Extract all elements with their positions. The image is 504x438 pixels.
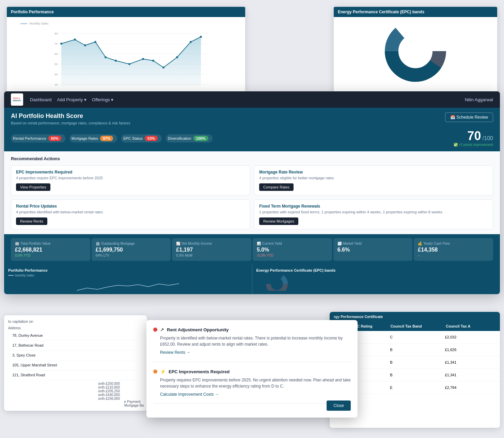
chart-icon: 📈	[176, 242, 180, 245]
amount-row4: £1,341	[445, 373, 494, 377]
stat-yc-label: 💰 Yearly Cash Flow	[418, 242, 489, 245]
stat-cy-value: 5.0%	[257, 247, 328, 253]
rec-card-mortgage-desc: 4 properties eligible for better mortgag…	[259, 176, 488, 180]
health-header: AI Portfolio Health Score Based on renta…	[4, 108, 500, 130]
rec-card-epc-desc: 4 properties require EPC improvements be…	[16, 176, 245, 180]
stat-outstanding-mortgage: 🏦 Outstanding Mortgage £1,699,750 64% LT…	[92, 238, 171, 261]
rec-card-mortgage-title: Mortgage Rate Review	[259, 170, 488, 175]
svg-point-13	[74, 39, 76, 41]
navbar-brand: DEALS INSIGHT	[11, 93, 23, 106]
stat-om-sub: 64% LTV	[96, 254, 167, 257]
stat-ni-label: 📈 Net Monthly Income	[176, 242, 247, 245]
epc-lightning-icon: ⚡	[160, 369, 166, 374]
badge-epc-label: EPC Status	[123, 136, 143, 140]
svg-point-20	[152, 60, 154, 62]
review-rents-link[interactable]: Review Rents →	[153, 350, 351, 355]
band-row5: E	[390, 386, 439, 390]
percent-icon: 📊	[257, 242, 261, 245]
rec-card-rental: Rental Price Updates 4 properties identi…	[11, 199, 250, 229]
svg-point-17	[115, 60, 117, 62]
portfolio-chart-preview: Monthly Sales 80	[8, 274, 248, 291]
popup-rent-title: Rent Adjustment Opportunity	[167, 327, 229, 332]
health-subtitle: Based on rental performance, mortgage ra…	[11, 121, 130, 125]
stat-om-value: £1,699,750	[96, 247, 167, 253]
badge-mortgage-label: Mortgage Rates	[72, 136, 98, 140]
nav-dashboard[interactable]: Dashboard	[30, 96, 52, 104]
svg-point-15	[94, 41, 96, 43]
bg-address-label: Address	[8, 326, 143, 330]
popup-epc-dot	[153, 369, 157, 374]
badge-mortgage-score: 87%	[100, 136, 113, 141]
amount-row1: £2,032	[445, 335, 494, 339]
address-item-2: 17, Bethecar Road	[12, 341, 139, 350]
svg-point-28	[398, 34, 432, 68]
stat-yc-sub: –	[418, 254, 489, 257]
badges-row: Rental Performance 60% Mortgage Rates 87…	[4, 130, 500, 151]
rec-card-fixed-desc: 1 properties with expired fixed terms. 1…	[259, 210, 488, 214]
svg-point-16	[105, 56, 107, 58]
svg-text:70: 70	[54, 42, 58, 45]
review-mortgages-button[interactable]: Review Mortgages	[259, 217, 298, 225]
close-popup-button[interactable]: Close	[327, 401, 351, 411]
svg-point-32	[272, 279, 282, 289]
view-properties-button[interactable]: View Properties	[16, 183, 50, 191]
rec-grid: EPC Improvements Required 4 properties r…	[11, 165, 493, 229]
svg-point-19	[142, 58, 144, 60]
col-council-band: Council Tax Band	[391, 324, 439, 328]
calculate-costs-link[interactable]: Calculate Improvement Costs →	[153, 392, 351, 397]
stat-market-yield: 📉 Market Yield 6.6%	[333, 238, 413, 261]
stat-ni-sub: 0.0% MoM	[176, 254, 247, 257]
stat-pv-label: 🏢 Total Portfolio Value	[15, 242, 86, 245]
money-icon: 💰	[418, 242, 422, 245]
bg-portfolio-chart: Portfolio Performance Monthly Sales	[7, 7, 245, 102]
svg-point-24	[200, 36, 202, 38]
stat-om-label: 🏦 Outstanding Mortgage	[96, 242, 167, 245]
popup-rent-header: ↗ Rent Adjustment Opportunity	[153, 327, 351, 332]
main-modal: DEALS INSIGHT Dashboard Add Property ▾ O…	[4, 91, 500, 294]
schedule-review-button[interactable]: 📅 Schedule Review	[445, 112, 493, 122]
stat-pv-sub: 0.0% YTD	[15, 254, 86, 257]
navbar-user: Nitin Aggarwal	[465, 97, 493, 102]
nav-add-property[interactable]: Add Property ▾	[57, 96, 87, 104]
stat-pv-value: £2,668,821	[15, 247, 86, 253]
badge-rental-score: 60%	[48, 136, 61, 141]
badge-rental-label: Rental Performance	[13, 136, 46, 140]
amount-row2: £1,626	[445, 348, 494, 352]
svg-point-14	[84, 44, 86, 46]
stat-portfolio-value: 🏢 Total Portfolio Value £2,668,821 0.0% …	[11, 238, 90, 261]
health-title: AI Portfolio Health Score	[11, 112, 130, 120]
rec-title: Recommended Actions	[11, 156, 493, 161]
bg-epc-chart: Energy Performance Certificate (EPC) ban…	[334, 7, 497, 102]
stat-ni-value: £1,197	[176, 247, 247, 253]
popup-epc-desc: Property requires EPC improvements befor…	[153, 377, 351, 389]
stat-cy-sub: -0.3% YTD	[257, 254, 328, 257]
badge-diversification: Diversification 100%	[166, 134, 212, 142]
col-council-amount: Council Tax A	[446, 324, 494, 328]
navbar: DEALS INSIGHT Dashboard Add Property ▾ O…	[4, 91, 500, 108]
mini-chart	[8, 278, 248, 292]
band-row4: B	[390, 373, 439, 377]
svg-text:30: 30	[54, 73, 58, 76]
score-denom: /100	[483, 135, 493, 141]
portfolio-perf-title: Portfolio Performance	[8, 268, 248, 272]
rec-card-fixed-title: Fixed Term Mortgage Renewals	[259, 204, 488, 209]
review-rents-button[interactable]: Review Rents	[16, 217, 47, 225]
score-improvement: ✅ +2 points improvement	[454, 143, 493, 147]
mini-donut	[256, 274, 297, 291]
compare-rates-button[interactable]: Compare Rates	[259, 183, 294, 191]
amount-row3: £1,341	[445, 360, 494, 364]
badge-div-score: 100%	[193, 136, 208, 141]
address-item-3: 3, Spey Close	[12, 350, 139, 360]
rec-card-rental-desc: 4 properties identified with below-marke…	[16, 210, 245, 214]
stat-yearly-cashflow: 💰 Yearly Cash Flow £14,358 –	[414, 238, 493, 261]
stat-yc-value: £14,358	[418, 247, 489, 253]
bar-icon: 📉	[337, 242, 342, 245]
amount-row5: £2,794	[445, 386, 494, 390]
popup-epc-title: EPC Improvements Required	[169, 369, 230, 374]
rec-card-rental-title: Rental Price Updates	[16, 204, 245, 209]
nav-offerings[interactable]: Offerings ▾	[92, 96, 113, 104]
band-row1: C	[390, 335, 439, 339]
rec-card-epc: EPC Improvements Required 4 properties r…	[11, 165, 250, 195]
portfolio-perf-section: Portfolio Performance Monthly Sales 80	[4, 265, 252, 294]
building-icon: 🏢	[15, 242, 19, 245]
